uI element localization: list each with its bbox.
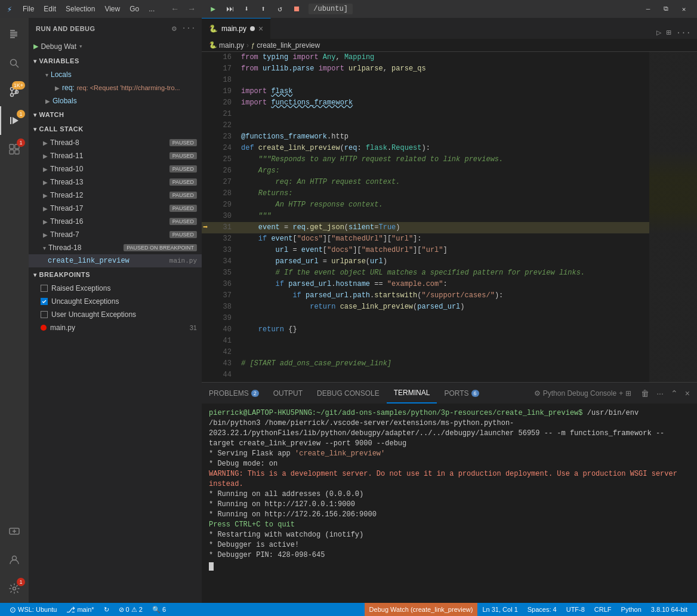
- activity-search[interactable]: [0, 49, 29, 78]
- maximize-panel-button[interactable]: ⌃: [668, 387, 680, 399]
- bp-main-file[interactable]: main.py 31: [29, 321, 202, 334]
- line-content-20: import functions_framework: [239, 97, 649, 109]
- status-errors[interactable]: ⊘ 0 ⚠ 2: [114, 603, 147, 616]
- svg-point-7: [11, 94, 14, 97]
- callstack-thread-8[interactable]: ▶ Thread-8 PAUSED: [29, 136, 202, 149]
- status-eol[interactable]: CRLF: [590, 603, 616, 616]
- code-line-38: 38 return case_link_preview(parsed_url): [202, 301, 649, 313]
- activity-accounts[interactable]: [0, 546, 29, 574]
- terminal-warning: WARNING: This is a development server. D…: [209, 469, 690, 489]
- kill-terminal-button[interactable]: 🗑: [639, 387, 652, 399]
- more-actions-icon[interactable]: ···: [183, 23, 195, 35]
- bp-user-uncaught-exceptions[interactable]: User Uncaught Exceptions: [29, 308, 202, 321]
- titlebar: ⚡ File Edit Selection View Go ... ← → ▶ …: [0, 0, 697, 18]
- code-line-17: 17 from urllib.parse import urlparse, pa…: [202, 63, 649, 75]
- activity-remote[interactable]: [0, 517, 29, 546]
- more-panel-actions-button[interactable]: ···: [654, 387, 666, 399]
- bp-uncaught-exceptions[interactable]: Uncaught Exceptions: [29, 295, 202, 308]
- console-add-icon[interactable]: +: [619, 389, 623, 398]
- menu-selection[interactable]: Selection: [62, 4, 98, 14]
- status-debug-watch[interactable]: 🔍 6: [147, 603, 171, 616]
- panel-tab-ports[interactable]: PORTS 6: [437, 383, 486, 404]
- code-line-35: 35 # If the event object URL matches a s…: [202, 267, 649, 279]
- code-line-43: 43 # [START add_ons_case_preview_link]: [202, 358, 649, 369]
- variables-section-header[interactable]: ▾ VARIABLES: [29, 54, 202, 68]
- svg-rect-1: [10, 32, 17, 33]
- callstack-thread-10[interactable]: ▶ Thread-10 PAUSED: [29, 162, 202, 175]
- status-spaces[interactable]: Spaces: 4: [523, 603, 562, 616]
- status-python-version[interactable]: 3.8.10 64-bit: [646, 603, 692, 616]
- status-encoding[interactable]: UTF-8: [562, 603, 590, 616]
- nav-forward-button[interactable]: →: [184, 2, 199, 16]
- menu-more[interactable]: ...: [145, 4, 158, 14]
- debug-start-button[interactable]: ▶: [33, 41, 38, 51]
- line-num-24: 24: [214, 143, 239, 154]
- panel-tab-debug-console[interactable]: DEBUG CONSOLE: [310, 383, 387, 404]
- callstack-thread-13[interactable]: ▶ Thread-13 PAUSED: [29, 175, 202, 189]
- activity-extensions[interactable]: 1: [0, 135, 29, 164]
- close-panel-button[interactable]: ×: [683, 387, 692, 399]
- callstack-function[interactable]: create_link_preview main.py: [29, 254, 202, 267]
- close-button[interactable]: ✕: [676, 3, 692, 15]
- menu-go[interactable]: Go: [126, 4, 143, 14]
- maximize-button[interactable]: ⧉: [658, 3, 674, 15]
- status-sync[interactable]: ↻: [99, 603, 114, 616]
- uncaught-exceptions-checkbox[interactable]: [41, 298, 48, 305]
- callstack-thread-17[interactable]: ▶ Thread-17 PAUSED: [29, 202, 202, 215]
- debug-step-out-button[interactable]: ⬆: [256, 2, 270, 16]
- panel-tab-problems[interactable]: PROBLEMS 2: [202, 383, 266, 404]
- activity-explorer[interactable]: [0, 20, 29, 49]
- status-wsl[interactable]: ⊙ WSL: Ubuntu: [5, 603, 61, 616]
- bp-raised-exceptions[interactable]: Raised Exceptions: [29, 282, 202, 295]
- activity-bar: 1K+ 1 1 1: [0, 18, 29, 603]
- locals-item[interactable]: ▾ Locals: [29, 68, 202, 81]
- console-split-icon[interactable]: ⊞: [625, 389, 631, 398]
- debug-step-over-button[interactable]: ⏭: [223, 2, 237, 16]
- code-editor[interactable]: 16 from typing import Any, Mapping 17 fr…: [202, 52, 697, 382]
- terminal[interactable]: pierrick@LAPTOP-HKU5PNNG:~/git/add-ons-s…: [202, 404, 697, 603]
- code-line-42: 42: [202, 347, 649, 358]
- globals-item[interactable]: ▶ Globals: [29, 94, 202, 107]
- status-language[interactable]: Python: [616, 603, 646, 616]
- req-label: req:: [62, 84, 75, 92]
- tab-close-icon[interactable]: ×: [258, 24, 263, 33]
- callstack-thread-16[interactable]: ▶ Thread-16 PAUSED: [29, 215, 202, 228]
- user-uncaught-checkbox[interactable]: [41, 311, 48, 318]
- run-button[interactable]: ▷: [655, 26, 662, 39]
- activity-run-debug[interactable]: 1: [0, 106, 29, 135]
- breakpoints-section-header[interactable]: ▾ BREAKPOINTS: [29, 267, 202, 282]
- menu-edit[interactable]: Edit: [40, 4, 60, 14]
- debug-step-into-button[interactable]: ⬇: [239, 2, 254, 16]
- callstack-thread-7[interactable]: ▶ Thread-7 PAUSED: [29, 228, 202, 241]
- status-debug-session[interactable]: Debug Watch (create_link_preview): [365, 603, 478, 616]
- status-branch[interactable]: ⎇ main*: [61, 603, 98, 616]
- breadcrumb-function[interactable]: ƒ create_link_preview: [251, 41, 320, 50]
- raised-exceptions-checkbox[interactable]: [41, 285, 48, 292]
- split-editor-button[interactable]: ⊞: [665, 26, 672, 39]
- panel-tab-terminal[interactable]: TERMINAL: [387, 383, 437, 404]
- activity-settings[interactable]: 1: [0, 574, 29, 603]
- debug-continue-button[interactable]: ▶: [206, 2, 220, 16]
- tab-main-py[interactable]: 🐍 main.py ×: [202, 18, 271, 39]
- minimize-button[interactable]: —: [640, 3, 656, 15]
- line-num-19: 19: [214, 86, 239, 97]
- menu-view[interactable]: View: [101, 4, 124, 14]
- callstack-section-header[interactable]: ▾ CALL STACK: [29, 122, 202, 136]
- req-variable[interactable]: ▶ req: req: <Request 'http://charming-tr…: [29, 81, 202, 94]
- activity-source-control[interactable]: 1K+: [0, 78, 29, 106]
- panel-tab-output[interactable]: OUTPUT: [266, 383, 310, 404]
- nav-back-button[interactable]: ←: [168, 2, 182, 16]
- menu-file[interactable]: File: [19, 4, 38, 14]
- more-editor-actions-button[interactable]: ···: [675, 27, 692, 39]
- debug-stop-button[interactable]: ⏹: [289, 2, 304, 16]
- watch-section-header[interactable]: ▾ WATCH: [29, 107, 202, 122]
- callstack-thread-11[interactable]: ▶ Thread-11 PAUSED: [29, 149, 202, 162]
- window-controls: — ⧉ ✕: [640, 3, 692, 15]
- breadcrumb-file[interactable]: 🐍 main.py: [209, 41, 244, 50]
- settings-gear-icon[interactable]: ⚙: [168, 23, 180, 35]
- line-num-31: 31: [214, 222, 239, 233]
- status-position[interactable]: Ln 31, Col 1: [477, 603, 522, 616]
- debug-restart-button[interactable]: ↺: [273, 2, 287, 16]
- callstack-thread-18[interactable]: ▾ Thread-18 PAUSED ON BREAKPOINT: [29, 241, 202, 254]
- callstack-thread-12[interactable]: ▶ Thread-12 PAUSED: [29, 189, 202, 202]
